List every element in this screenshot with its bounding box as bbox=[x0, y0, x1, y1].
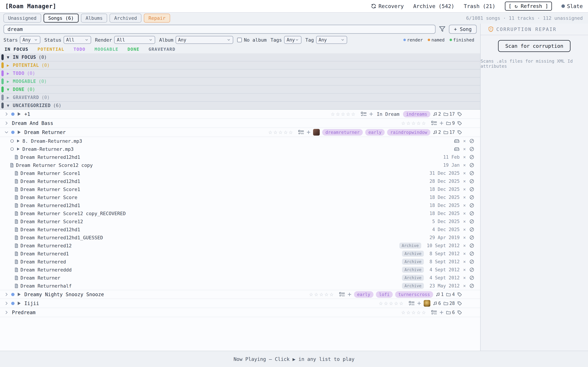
tag-icon[interactable] bbox=[457, 301, 462, 306]
section-header-graveyard[interactable]: ▶ GRAVEYARD (0) bbox=[0, 94, 480, 102]
ban-icon[interactable] bbox=[469, 203, 474, 208]
remove-button[interactable]: × bbox=[463, 283, 466, 288]
archive-nav[interactable]: Archive (542) bbox=[413, 3, 454, 9]
ban-icon[interactable] bbox=[469, 211, 474, 216]
remove-button[interactable]: × bbox=[463, 211, 466, 216]
remove-button[interactable]: × bbox=[463, 138, 466, 144]
ban-icon[interactable] bbox=[469, 195, 474, 200]
remove-button[interactable]: × bbox=[463, 259, 466, 264]
audio-file-row[interactable]: Dream-Returner.mp3× bbox=[0, 145, 480, 153]
remove-button[interactable]: × bbox=[463, 227, 466, 232]
quick-nav-todo[interactable]: TODO bbox=[74, 47, 85, 52]
project-file-row[interactable]: Dream Returnered12hd128 Dec 2025× bbox=[0, 177, 480, 185]
project-file-row[interactable]: Dream ReturneredArchive8 Sept 2012× bbox=[0, 258, 480, 266]
hard-drive-icon[interactable] bbox=[454, 147, 460, 151]
add-song-button[interactable]: + Song bbox=[449, 25, 477, 34]
remove-button[interactable]: × bbox=[463, 235, 466, 240]
tab-archived[interactable]: Archived bbox=[109, 14, 141, 23]
circle-status-icon[interactable] bbox=[10, 139, 14, 143]
project-file-row[interactable]: Dream Returnered1Archive8 Sept 2012× bbox=[0, 250, 480, 258]
play-icon[interactable] bbox=[17, 112, 21, 116]
play-icon[interactable] bbox=[17, 130, 21, 134]
song-row-dreamy-nighty-snoozy-snooze[interactable]: Dreamy Nighty Snoozy Snooze☆☆☆☆☆earlylof… bbox=[0, 290, 480, 299]
tag-icon[interactable] bbox=[457, 130, 462, 135]
play-icon[interactable] bbox=[17, 301, 21, 306]
chevron-down-icon[interactable] bbox=[4, 130, 9, 134]
ban-icon[interactable] bbox=[469, 219, 474, 224]
status-filter-select[interactable]: All bbox=[64, 36, 91, 44]
remove-button[interactable]: × bbox=[463, 251, 466, 256]
project-file-row[interactable]: Dream Returner Score12 copy_RECOVERED18 … bbox=[0, 209, 480, 217]
plus-icon[interactable] bbox=[306, 130, 311, 134]
remove-button[interactable]: × bbox=[463, 219, 466, 224]
ban-icon[interactable] bbox=[469, 179, 474, 184]
tag-badge[interactable]: dreamreturner bbox=[322, 129, 363, 136]
project-file-row[interactable]: Dream Returner Score118 Dec 2025× bbox=[0, 185, 480, 193]
ban-icon[interactable] bbox=[469, 251, 474, 256]
tab-songs-6[interactable]: Songs (6) bbox=[43, 14, 79, 23]
ban-icon[interactable] bbox=[469, 259, 474, 264]
ban-icon[interactable] bbox=[469, 139, 474, 143]
tag-badge[interactable]: lofi bbox=[376, 291, 393, 298]
remove-button[interactable]: × bbox=[463, 187, 466, 192]
ban-icon[interactable] bbox=[469, 275, 474, 280]
remove-button[interactable]: × bbox=[463, 179, 466, 184]
star-rating[interactable]: ☆☆☆☆☆ bbox=[379, 301, 404, 306]
plus-icon[interactable] bbox=[347, 292, 352, 297]
remove-button[interactable]: × bbox=[463, 275, 466, 280]
project-file-row[interactable]: Dream ReturnerhalfArchive23 May 2012× bbox=[0, 282, 480, 290]
song-row-1[interactable]: +1☆☆☆☆☆In Dreamindreams217 bbox=[0, 110, 480, 119]
star-rating[interactable]: ☆☆☆☆☆ bbox=[309, 292, 335, 297]
theme-selector[interactable]: Slate bbox=[561, 3, 583, 9]
quick-nav-done[interactable]: DONE bbox=[127, 47, 140, 52]
song-row-dream-returner[interactable]: Dream Returner☆☆☆☆☆dreamreturnerearlyrai… bbox=[0, 128, 480, 137]
ban-icon[interactable] bbox=[469, 267, 474, 272]
tag-badge[interactable]: early bbox=[354, 291, 373, 298]
section-header-potential[interactable]: ▶ POTENTIAL (0) bbox=[0, 61, 480, 69]
star-rating[interactable]: ☆☆☆☆☆ bbox=[401, 310, 427, 315]
quick-nav-moogable[interactable]: MOOGABLE bbox=[94, 47, 118, 52]
tab-repair[interactable]: Repair bbox=[144, 14, 170, 23]
remove-button[interactable]: × bbox=[463, 195, 466, 200]
audio-file-row[interactable]: 8. Dream-Returner.mp3× bbox=[0, 137, 480, 145]
star-rating[interactable]: ☆☆☆☆☆ bbox=[268, 130, 294, 135]
stars-filter-select[interactable]: Any bbox=[20, 36, 41, 44]
tag-badge[interactable]: turnerscross bbox=[395, 291, 433, 298]
filter-funnel-icon[interactable] bbox=[439, 26, 446, 33]
ban-icon[interactable] bbox=[469, 163, 474, 167]
project-file-row[interactable]: Dream Returnered12hd1_GUESSED29 Apr 2019… bbox=[0, 234, 480, 242]
remove-button[interactable]: × bbox=[463, 163, 466, 168]
tag-badge[interactable]: raindropwindow bbox=[387, 129, 430, 136]
tags-filter-select[interactable]: Any bbox=[284, 36, 302, 44]
tab-unassigned[interactable]: Unassigned bbox=[3, 14, 41, 23]
album-filter-select[interactable]: Any bbox=[176, 36, 233, 44]
project-file-row[interactable]: Dream Returnered12hd111 Feb× bbox=[0, 153, 480, 161]
project-file-row[interactable]: Dream Returnered12hd14 Dec 2025× bbox=[0, 225, 480, 234]
checklist-icon[interactable] bbox=[298, 130, 304, 135]
section-header-done[interactable]: ▼ DONE (0) bbox=[0, 85, 480, 94]
no-album-checkbox[interactable] bbox=[237, 38, 242, 42]
ban-icon[interactable] bbox=[469, 147, 474, 151]
remove-button[interactable]: × bbox=[463, 267, 466, 272]
search-input[interactable] bbox=[3, 25, 436, 34]
plus-icon[interactable] bbox=[439, 121, 444, 125]
tag-icon[interactable] bbox=[457, 310, 462, 315]
play-icon[interactable] bbox=[17, 292, 21, 297]
song-row-iijii[interactable]: Iijii☆☆☆☆☆628 bbox=[0, 299, 480, 308]
ban-icon[interactable] bbox=[469, 171, 474, 176]
plus-icon[interactable] bbox=[417, 301, 421, 305]
checklist-icon[interactable] bbox=[431, 310, 437, 315]
quick-nav-in-focus[interactable]: IN FOCUS bbox=[5, 47, 28, 52]
project-file-row[interactable]: Dream Returner Score18 Dec 2025× bbox=[0, 193, 480, 201]
section-header-todo[interactable]: ▶ TODO (0) bbox=[0, 69, 480, 77]
remove-button[interactable]: × bbox=[463, 154, 466, 160]
remove-button[interactable]: × bbox=[463, 171, 466, 176]
remove-button[interactable]: × bbox=[463, 243, 466, 248]
tag-icon[interactable] bbox=[457, 292, 462, 297]
checklist-icon[interactable] bbox=[409, 301, 415, 306]
ban-icon[interactable] bbox=[469, 243, 474, 248]
project-file-row[interactable]: Dream Returner Score131 Dec 2025× bbox=[0, 169, 480, 177]
chevron-right-icon[interactable] bbox=[4, 112, 9, 116]
ban-icon[interactable] bbox=[469, 227, 474, 232]
remove-button[interactable]: × bbox=[463, 146, 466, 152]
